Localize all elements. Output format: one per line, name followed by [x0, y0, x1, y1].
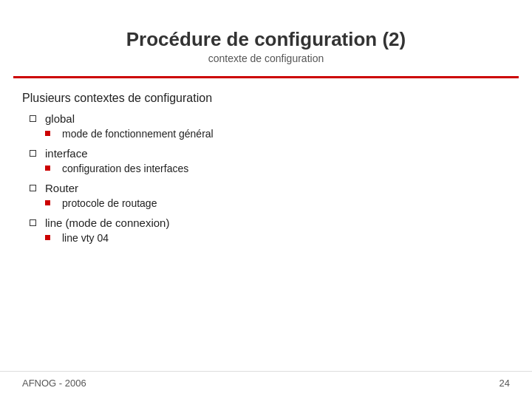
item-1-label: interface — [45, 147, 188, 160]
item-1-container: interface configuration des interfaces — [45, 147, 188, 177]
bullet-2 — [30, 185, 36, 191]
sub-item-3-0-label: line vty 04 — [62, 232, 109, 244]
sublist-3: line vty 04 — [45, 232, 169, 247]
sublist-item-3-0: line vty 04 — [45, 232, 169, 244]
sublist-item-1-0: configuration des interfaces — [45, 163, 188, 174]
sub-bullet-1-0 — [45, 166, 50, 171]
bullet-0 — [30, 115, 36, 122]
footer-right: 24 — [499, 378, 510, 389]
item-3-container: line (mode de connexion) line vty 04 — [45, 216, 169, 247]
bullet-1 — [30, 150, 36, 157]
sub-bullet-2-0 — [45, 200, 50, 205]
list-item-1: interface configuration des interfaces — [30, 147, 510, 177]
list-item-0: global mode de fonctionnement général — [30, 112, 510, 143]
bullet-3 — [30, 219, 36, 226]
sublist-0: mode de fonctionnement général — [45, 128, 214, 143]
section-title: Plusieurs contextes de configuration — [22, 92, 510, 105]
slide: Procédure de configuration (2) contexte … — [0, 0, 532, 399]
list-item-3: line (mode de connexion) line vty 04 — [30, 216, 510, 247]
slide-header: Procédure de configuration (2) contexte … — [0, 0, 532, 70]
sublist-1: configuration des interfaces — [45, 163, 188, 177]
sublist-item-0-0: mode de fonctionnement général — [45, 128, 214, 140]
sublist-2: protocole de routage — [45, 197, 157, 212]
sub-bullet-0-0 — [45, 131, 50, 136]
slide-subtitle: contexte de configuration — [0, 52, 532, 64]
sub-bullet-3-0 — [45, 235, 50, 240]
main-list: global mode de fonctionnement général in… — [22, 112, 510, 247]
sub-item-2-0-label: protocole de routage — [62, 197, 157, 209]
item-2-container: Router protocole de routage — [45, 182, 157, 212]
slide-title: Procédure de configuration (2) — [0, 28, 532, 51]
slide-footer: AFNOG - 2006 24 — [0, 371, 532, 389]
list-item-2: Router protocole de routage — [30, 182, 510, 212]
sublist-item-2-0: protocole de routage — [45, 197, 157, 209]
slide-content: Plusieurs contextes de configuration glo… — [0, 78, 532, 247]
footer-left: AFNOG - 2006 — [22, 378, 86, 389]
item-2-label: Router — [45, 182, 157, 194]
item-0-container: global mode de fonctionnement général — [45, 112, 214, 143]
item-3-label: line (mode de connexion) — [45, 216, 169, 229]
sub-item-1-0-label: configuration des interfaces — [62, 163, 188, 174]
sub-item-0-0-label: mode de fonctionnement général — [62, 128, 214, 140]
item-0-label: global — [45, 112, 214, 125]
